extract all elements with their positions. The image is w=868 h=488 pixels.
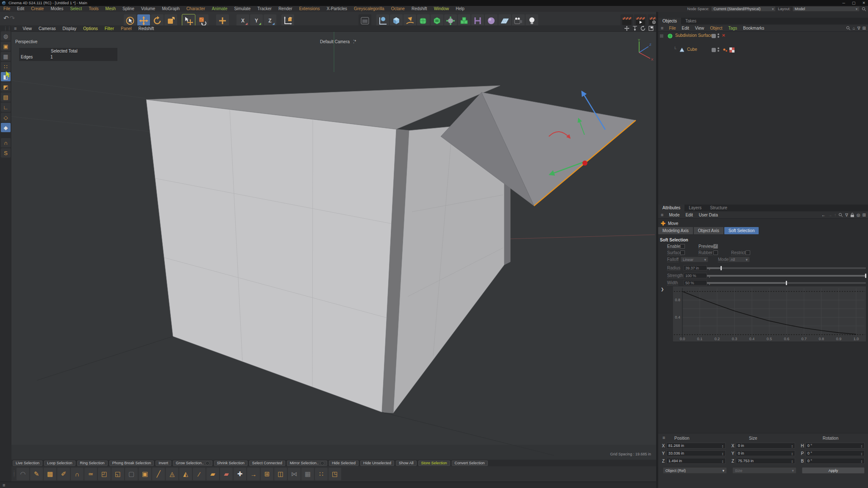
object-manager-menu-item[interactable]: File: [666, 25, 679, 32]
coordinate-input[interactable]: 0 in ▴▾: [736, 443, 795, 449]
mirror-tool[interactable]: ⋈: [288, 468, 300, 480]
plane-cut-tool[interactable]: ▰: [206, 468, 219, 480]
tool-option-tab[interactable]: Soft Selection: [724, 227, 759, 234]
tool-option-tab[interactable]: Object Axis: [694, 227, 723, 234]
dot-arrow-tool[interactable]: →: [247, 468, 260, 480]
menu-item[interactable]: Tools: [85, 6, 102, 12]
falloff-curve-plot[interactable]: 0.00.10.20.30.40.50.60.70.80.91.00.80.4: [673, 286, 866, 341]
menu-item[interactable]: Octane: [388, 6, 408, 12]
viewport-menu-item[interactable]: Redshift: [135, 25, 158, 32]
coordinate-input[interactable]: 0 ° ▴▾: [805, 443, 865, 449]
phong-tag-icon[interactable]: [723, 47, 728, 53]
snap-toggle-button[interactable]: ∩: [1, 138, 11, 147]
filter-icon[interactable]: ∇: [845, 213, 848, 217]
attribute-menu-item[interactable]: Edit: [682, 211, 696, 219]
paint-tool[interactable]: ◳: [328, 468, 341, 480]
coordinate-input[interactable]: 1.494 in ▴▾: [666, 458, 726, 464]
texture-mode-button[interactable]: ▦: [1, 52, 11, 61]
menu-item[interactable]: Edit: [14, 6, 28, 12]
menu-item[interactable]: Select: [67, 6, 85, 12]
undo-icon[interactable]: ↶: [3, 14, 9, 22]
object-manager-menu-item[interactable]: View: [692, 25, 707, 32]
slider[interactable]: [707, 267, 866, 269]
menu-item[interactable]: X-Particles: [323, 6, 351, 12]
layout-dropdown[interactable]: Model▾: [793, 6, 860, 11]
selection-command-button[interactable]: Ring Selection: [77, 460, 108, 466]
viewport-menu-item[interactable]: Panel: [117, 25, 135, 32]
stepper[interactable]: ▴▾: [721, 458, 725, 464]
viewport-menu-item[interactable]: Cameras: [35, 25, 59, 32]
value-field[interactable]: 39.37 in ▴▾: [684, 265, 707, 271]
slider[interactable]: [707, 282, 866, 284]
pan-view-icon[interactable]: [623, 26, 630, 31]
tree-row-cube[interactable]: └ Cube: [658, 47, 868, 53]
menu-item[interactable]: Spline: [119, 6, 138, 12]
menu-item[interactable]: Modes: [47, 6, 67, 12]
brush-tool[interactable]: ✐: [57, 468, 70, 480]
polygons-mode-button[interactable]: ◩: [1, 82, 11, 92]
clone-tool[interactable]: ⊞: [261, 468, 273, 480]
uvw-tag-icon[interactable]: [729, 47, 734, 53]
selection-command-button[interactable]: Mirror Selection..: [287, 460, 327, 466]
make-editable-button[interactable]: ◍: [1, 31, 11, 41]
tree-row-subdivision-surface[interactable]: Subdivision Surface ✕: [658, 33, 868, 39]
object-manager-menu-item[interactable]: Tags: [725, 25, 740, 32]
viewport-menu-item[interactable]: Display: [59, 25, 80, 32]
stepper[interactable]: ▴▾: [721, 443, 725, 449]
menu-item[interactable]: MoGraph: [159, 6, 183, 12]
toggle-view-icon[interactable]: [648, 26, 654, 31]
model-mode-button[interactable]: ▣: [1, 42, 11, 51]
camera-label[interactable]: Default Camera: [320, 39, 350, 44]
edges-mode-button[interactable]: ◧: [1, 72, 11, 81]
selection-command-button[interactable]: Store Selection: [418, 460, 450, 466]
selection-command-button[interactable]: Hide Unselected: [360, 460, 394, 466]
camera-menu-icon[interactable]: ⁚*: [353, 39, 356, 44]
cone-tool[interactable]: ◬: [166, 468, 178, 480]
history-forward-icon[interactable]: →: [828, 213, 832, 217]
selection-command-button[interactable]: Shrink Selection: [214, 460, 248, 466]
stepper[interactable]: ▴▾: [860, 451, 864, 456]
selection-command-button[interactable]: Convert Selection: [452, 460, 488, 466]
attribute-menu-icon[interactable]: ≡: [658, 212, 666, 217]
toolbar-drag-handle[interactable]: ⋮⋮⋮⋮⋮⋮: [12, 471, 16, 477]
knife-tool[interactable]: ╱: [152, 468, 165, 480]
viewport-menu-item[interactable]: View: [19, 25, 35, 32]
apply-button[interactable]: Apply: [802, 467, 865, 474]
spread-tool[interactable]: ✚: [234, 468, 246, 480]
enable-toggle[interactable]: [712, 34, 716, 38]
menu-item[interactable]: Help: [452, 6, 468, 12]
selection-command-button[interactable]: Live Selection: [13, 460, 42, 466]
target-icon[interactable]: ◎: [857, 213, 860, 217]
panel-tab[interactable]: Takes: [681, 18, 701, 25]
menu-item[interactable]: File: [0, 6, 14, 12]
falloff-dropdown[interactable]: Linear▾: [681, 257, 708, 262]
mode-dropdown[interactable]: All▾: [729, 257, 750, 262]
points-mode-button[interactable]: ∷: [1, 62, 11, 71]
loop-cut-tool[interactable]: ▰: [220, 468, 233, 480]
menu-item[interactable]: Simulate: [231, 6, 254, 12]
viewport-canvas[interactable]: [11, 25, 656, 460]
selection-command-button[interactable]: Loop Selection: [44, 460, 75, 466]
viewport-menu-item[interactable]: Options: [80, 25, 101, 32]
value-field[interactable]: 50 % ▴▾: [684, 280, 707, 286]
edge-cut-tool[interactable]: ◫: [274, 468, 287, 480]
lock-workplane-button[interactable]: ◆: [1, 123, 11, 132]
menu-item[interactable]: Mesh: [102, 6, 119, 12]
pyramid-tool[interactable]: ◭: [179, 468, 192, 480]
polygon-object-icon[interactable]: [679, 47, 684, 53]
sketch-tool[interactable]: ✎: [30, 468, 43, 480]
home-icon[interactable]: ⌂: [853, 26, 855, 30]
rubber-checkbox[interactable]: [713, 250, 718, 255]
bevel-solid-tool[interactable]: ◱: [111, 468, 124, 480]
red-x-tag-icon[interactable]: ✕: [722, 33, 725, 38]
add-panel-icon[interactable]: ⊞: [862, 26, 866, 30]
menu-item[interactable]: Render: [275, 6, 296, 12]
stepper[interactable]: ▴▾: [860, 458, 864, 464]
polygon-hole-tool[interactable]: ▣: [139, 468, 151, 480]
history-back-icon[interactable]: ←: [821, 213, 826, 217]
search-icon[interactable]: [846, 26, 851, 30]
attribute-menu-item[interactable]: User Data: [696, 211, 721, 219]
selection-command-button[interactable]: Phong Break Selection: [109, 460, 154, 466]
coordinate-input[interactable]: 81.268 in ▴▾: [666, 443, 726, 449]
smear-tool[interactable]: ▩: [44, 468, 56, 480]
